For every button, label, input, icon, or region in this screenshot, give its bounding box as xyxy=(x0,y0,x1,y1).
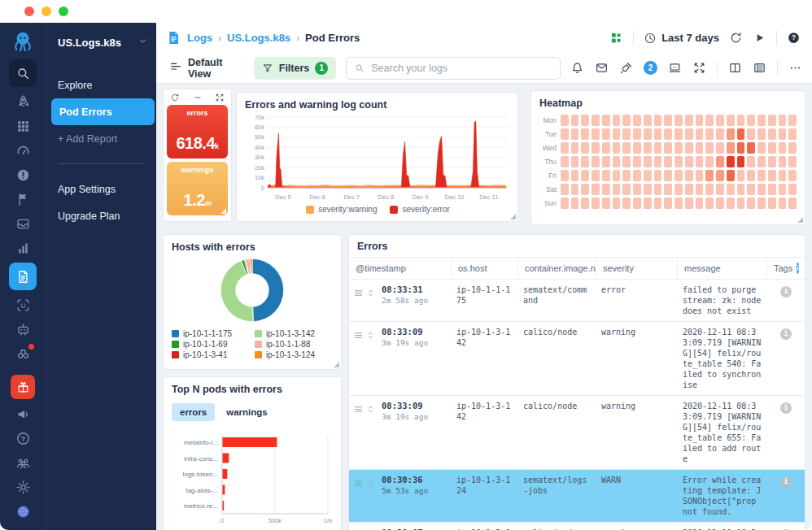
settings-icon[interactable] xyxy=(9,475,37,499)
heatmap-cell[interactable] xyxy=(561,128,569,140)
heatmap-cell[interactable] xyxy=(757,115,766,126)
heatmap-cell[interactable] xyxy=(654,184,662,195)
heatmap-cell[interactable] xyxy=(633,156,641,167)
heatmap-cell[interactable] xyxy=(581,156,589,167)
help-icon[interactable]: ? xyxy=(9,426,37,450)
heatmap-cell[interactable] xyxy=(737,115,745,126)
heatmap-cell[interactable] xyxy=(664,142,672,154)
heatmap-cell[interactable] xyxy=(633,128,641,140)
heatmap-cell[interactable] xyxy=(716,198,724,209)
row-sort-icon[interactable] xyxy=(365,288,376,301)
heatmap-cell[interactable] xyxy=(727,156,735,167)
table-row[interactable]: 08:30:076m 22s agoip-10-1-3-142calico/no… xyxy=(349,523,805,530)
row-menu-icon[interactable] xyxy=(353,478,364,491)
heatmap-cell[interactable] xyxy=(622,128,631,140)
heatmap-cell[interactable] xyxy=(788,184,797,195)
heatmap-cell[interactable] xyxy=(602,156,610,167)
row-menu-icon[interactable] xyxy=(353,404,364,417)
heatmap-cell[interactable] xyxy=(737,198,745,209)
heatmap-cell[interactable] xyxy=(696,128,704,140)
refresh-icon[interactable] xyxy=(729,31,743,45)
apps-grid-icon[interactable] xyxy=(9,114,37,138)
resize-handle[interactable] xyxy=(797,217,803,223)
heatmap-cell[interactable] xyxy=(613,170,621,181)
heatmap-cell[interactable] xyxy=(644,184,652,195)
heatmap-cell[interactable] xyxy=(674,128,683,140)
heatmap-cell[interactable] xyxy=(768,156,776,167)
heatmap-cell[interactable] xyxy=(727,198,735,209)
heatmap-cell[interactable] xyxy=(674,198,683,209)
heatmap-cell[interactable] xyxy=(664,156,672,167)
heatmap-cell[interactable] xyxy=(768,184,776,195)
heatmap-cell[interactable] xyxy=(788,170,797,181)
heatmap-cell[interactable] xyxy=(779,198,787,209)
log-search[interactable] xyxy=(346,57,561,80)
heatmap-cell[interactable] xyxy=(685,142,693,154)
heatmap-cell[interactable] xyxy=(654,198,662,209)
heatmap-cell[interactable] xyxy=(633,170,641,181)
console-icon[interactable] xyxy=(668,61,682,75)
monitoring-icon[interactable] xyxy=(9,236,37,260)
heatmap-cell[interactable] xyxy=(696,170,704,181)
heatmap-cell[interactable] xyxy=(757,170,766,181)
heatmap-cell[interactable] xyxy=(716,115,724,126)
row-info-icon[interactable]: i xyxy=(780,286,792,298)
resize-handle[interactable] xyxy=(334,362,339,367)
heatmap-cell[interactable] xyxy=(705,156,714,167)
heatmap-cell[interactable] xyxy=(768,170,776,181)
heatmap-cell[interactable] xyxy=(705,142,714,154)
log-count-chart[interactable]: 010k20k30k40k50k60k70kDec 5Dec 6Dec 7Dec… xyxy=(245,113,511,204)
heatmap-cell[interactable] xyxy=(561,198,569,209)
sidebar-item-upgrade-plan[interactable]: Upgrade Plan xyxy=(46,202,156,229)
hosts-legend-item[interactable]: ip-10-1-3-142 xyxy=(255,329,333,338)
heatmap-cell[interactable] xyxy=(581,184,589,195)
heatmap-cell[interactable] xyxy=(602,170,610,181)
heatmap-cell[interactable] xyxy=(592,170,600,181)
events-icon[interactable] xyxy=(9,187,37,211)
hosts-legend-item[interactable]: ip-10-1-1-175 xyxy=(172,329,250,338)
time-range-picker[interactable]: Last 7 days xyxy=(644,32,719,45)
row-menu-icon[interactable] xyxy=(353,288,364,301)
heatmap-cell[interactable] xyxy=(716,156,724,167)
more-options-icon[interactable] xyxy=(788,61,802,75)
breadcrumb-logs[interactable]: Logs xyxy=(187,32,212,44)
heatmap-cell[interactable] xyxy=(779,184,787,195)
heatmap-cell[interactable] xyxy=(716,128,724,140)
heatmap-cell[interactable] xyxy=(696,198,704,209)
heatmap-cell[interactable] xyxy=(602,198,610,209)
heatmap-cell[interactable] xyxy=(664,170,672,181)
heatmap-cell[interactable] xyxy=(592,198,600,209)
play-icon[interactable] xyxy=(753,31,766,45)
close-button[interactable] xyxy=(24,7,34,16)
heatmap-cell[interactable] xyxy=(696,115,704,126)
heatmap-cell[interactable] xyxy=(633,142,641,154)
errors-count-tile[interactable]: errors 618.4k xyxy=(167,105,228,159)
heatmap-cell[interactable] xyxy=(581,142,589,154)
getting-started-icon[interactable] xyxy=(9,89,37,114)
heatmap-cell[interactable] xyxy=(613,115,621,126)
heatmap-cell[interactable] xyxy=(705,115,714,126)
heatmap-cell[interactable] xyxy=(737,184,745,195)
heatmap-cell[interactable] xyxy=(613,184,621,195)
heatmap-cell[interactable] xyxy=(727,142,735,154)
heatmap-cell[interactable] xyxy=(716,170,724,181)
heatmap-cell[interactable] xyxy=(768,142,776,154)
heatmap-cell[interactable] xyxy=(602,115,610,126)
heatmap-cell[interactable] xyxy=(654,128,662,140)
row-sort-icon[interactable] xyxy=(365,330,376,343)
row-info-icon[interactable]: i xyxy=(780,476,792,488)
heatmap-cell[interactable] xyxy=(768,115,776,126)
hosts-legend-item[interactable]: ip-10-1-3-41 xyxy=(172,350,250,359)
table-row[interactable]: 08:33:093m 19s agoip-10-1-3-142calico/no… xyxy=(349,396,805,470)
heatmap-cell[interactable] xyxy=(705,170,714,181)
heatmap-cell[interactable] xyxy=(571,170,579,181)
heatmap-cell[interactable] xyxy=(696,142,704,154)
heatmap-cell[interactable] xyxy=(747,128,755,140)
column-header-message[interactable]: message xyxy=(678,258,767,279)
heatmap-cell[interactable] xyxy=(747,170,755,181)
legend-item[interactable]: severity:warning xyxy=(306,205,377,214)
top-pods-bar-chart[interactable]: 0500k1mmetainfo-r...infra-cons...logs-to… xyxy=(172,431,333,527)
heatmap-cell[interactable] xyxy=(727,128,735,140)
heatmap-cell[interactable] xyxy=(571,142,579,154)
heatmap-cell[interactable] xyxy=(561,156,569,167)
